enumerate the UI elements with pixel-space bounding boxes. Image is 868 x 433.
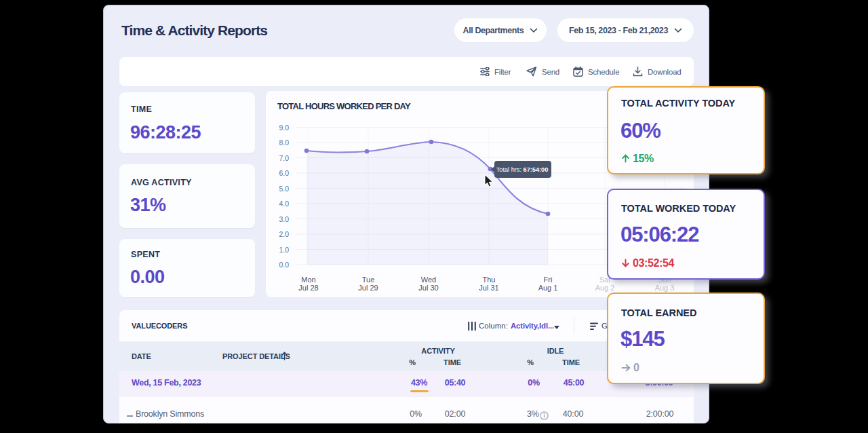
svg-text:Jul 30: Jul 30 [418, 284, 438, 292]
svg-text:8.0: 8.0 [279, 138, 289, 147]
svg-text:Jul 28: Jul 28 [298, 284, 318, 292]
svg-text:9.0: 9.0 [279, 124, 289, 132]
svg-text:1.0: 1.0 [279, 246, 289, 254]
svg-text:0.0: 0.0 [279, 261, 289, 269]
svg-text:Fri: Fri [544, 276, 553, 284]
svg-text:Total hrs: 67:54:00: Total hrs: 67:54:00 [496, 166, 549, 173]
svg-text:2.0: 2.0 [279, 230, 289, 238]
svg-text:Jul 29: Jul 29 [358, 284, 378, 292]
svg-text:3.0: 3.0 [279, 215, 289, 223]
svg-text:Mon: Mon [301, 276, 315, 284]
svg-text:7.0: 7.0 [279, 154, 289, 162]
svg-text:Aug 2: Aug 2 [595, 284, 615, 292]
svg-text:6.0: 6.0 [279, 169, 289, 177]
svg-text:Tue: Tue [362, 276, 375, 284]
svg-text:5.0: 5.0 [279, 185, 289, 193]
svg-text:Thu: Thu [483, 276, 496, 284]
svg-text:Aug 3: Aug 3 [655, 284, 675, 292]
svg-text:4.0: 4.0 [279, 200, 289, 208]
svg-text:Jul 31: Jul 31 [479, 284, 498, 292]
svg-text:Wed: Wed [421, 276, 436, 284]
svg-text:Aug 1: Aug 1 [538, 284, 558, 292]
